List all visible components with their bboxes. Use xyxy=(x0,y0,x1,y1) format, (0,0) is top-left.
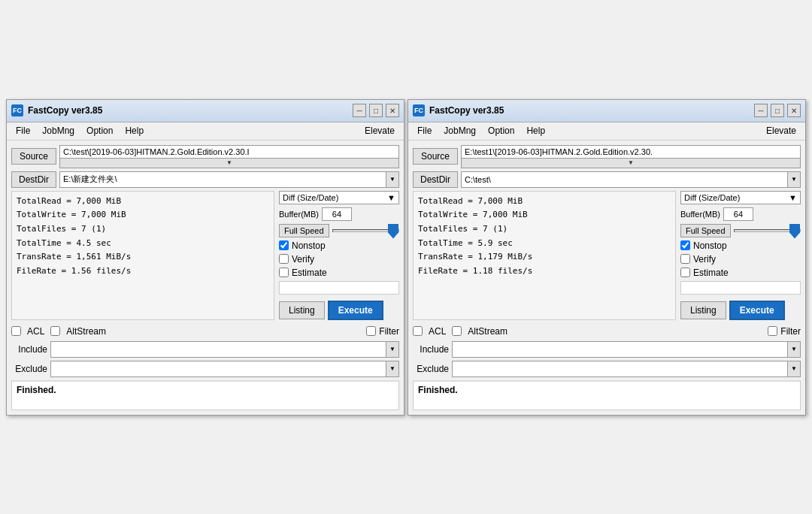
menu-bar-2: File JobMng Option Help Elevate xyxy=(408,122,805,141)
exclude-arrow-2[interactable]: ▼ xyxy=(787,361,800,376)
speed-slider-2[interactable] xyxy=(734,229,801,232)
include-label-1: Include xyxy=(11,344,47,355)
exclude-arrow-1[interactable]: ▼ xyxy=(386,361,398,376)
filter-checkbox-2[interactable] xyxy=(768,326,777,336)
nonstop-checkbox-1[interactable] xyxy=(279,240,289,250)
menu-bar-1: File JobMng Option Help Elevate xyxy=(7,122,404,141)
buffer-label-2: Buffer(MB) xyxy=(680,210,720,219)
nonstop-row-1: Nonstop xyxy=(279,240,399,251)
source-row-2: Source ▼ xyxy=(413,145,801,168)
diff-select-1[interactable]: Diff (Size/Date) ▼ xyxy=(279,191,399,204)
destdir-button-1[interactable]: DestDir xyxy=(11,171,56,188)
execute-button-1[interactable]: Execute xyxy=(328,301,383,320)
source-dropdown-2[interactable]: ▼ xyxy=(461,158,801,168)
title-text-1: FastCopy ver3.85 xyxy=(28,105,348,116)
full-speed-btn-1[interactable]: Full Speed xyxy=(279,224,329,237)
diff-select-2[interactable]: Diff (Size/Date) ▼ xyxy=(680,191,801,204)
diff-arrow-1: ▼ xyxy=(387,193,395,202)
menu-jobmng-2[interactable]: JobMng xyxy=(438,124,482,138)
exclude-input-1[interactable] xyxy=(51,361,386,376)
destdir-input-2[interactable] xyxy=(462,172,787,187)
destdir-arrow-1[interactable]: ▼ xyxy=(386,172,398,187)
estimate-checkbox-2[interactable] xyxy=(680,268,690,277)
title-bar-2: FC FastCopy ver3.85 ─ □ ✕ xyxy=(408,100,805,122)
full-speed-btn-2[interactable]: Full Speed xyxy=(680,224,731,237)
app-icon-1: FC xyxy=(11,104,23,116)
include-input-1[interactable] xyxy=(51,342,386,357)
menu-option-2[interactable]: Option xyxy=(482,124,520,138)
source-input-1[interactable] xyxy=(59,145,399,158)
buffer-input-2[interactable] xyxy=(723,207,753,221)
nonstop-checkbox-2[interactable] xyxy=(680,240,690,250)
listing-button-2[interactable]: Listing xyxy=(680,301,726,319)
stat-2-0: TotalRead = 7,000 MiB xyxy=(418,195,671,209)
menu-jobmng-1[interactable]: JobMng xyxy=(36,124,80,138)
speed-row-2: Full Speed xyxy=(680,224,801,237)
elevate-btn-2[interactable]: Elevate xyxy=(760,124,802,138)
minimize-btn-2[interactable]: ─ xyxy=(754,104,768,117)
action-buttons-row-2: Listing Execute xyxy=(680,301,801,320)
source-input-2[interactable] xyxy=(461,145,801,158)
window-2: FC FastCopy ver3.85 ─ □ ✕ File JobMng Op… xyxy=(408,99,806,416)
verify-checkbox-1[interactable] xyxy=(279,254,289,264)
exclude-row-1: Exclude ▼ xyxy=(11,361,399,377)
acl-label-2: ACL xyxy=(429,326,446,337)
diff-row-1: Diff (Size/Date) ▼ xyxy=(279,191,399,204)
menu-help-1[interactable]: Help xyxy=(119,124,150,138)
elevate-btn-1[interactable]: Elevate xyxy=(359,124,401,138)
window-body-2: Source ▼ DestDir ▼ TotalRead = 7,000 MiB xyxy=(408,141,805,415)
maximize-btn-1[interactable]: □ xyxy=(369,104,383,117)
include-row-1: Include ▼ xyxy=(11,341,399,358)
menu-help-2[interactable]: Help xyxy=(520,124,551,138)
exclude-select-wrap-2: ▼ xyxy=(452,361,801,377)
source-button-2[interactable]: Source xyxy=(413,148,458,165)
stats-panel-1: TotalRead = 7,000 MiB TotalWrite = 7,000… xyxy=(11,191,274,320)
nonstop-label-1: Nonstop xyxy=(292,240,326,251)
include-label-2: Include xyxy=(413,344,449,355)
stat-1-2: TotalFiles = 7 (1) xyxy=(17,222,269,237)
stat-1-5: FileRate = 1.56 files/s xyxy=(17,265,269,279)
options-panel-2: Diff (Size/Date) ▼ Buffer(MB) Full Speed xyxy=(680,191,801,320)
close-btn-1[interactable]: ✕ xyxy=(386,104,399,117)
source-dropdown-1[interactable]: ▼ xyxy=(59,158,399,168)
main-wrapper: FC FastCopy ver3.85 ─ □ ✕ File JobMng Op… xyxy=(0,93,812,422)
minimize-btn-1[interactable]: ─ xyxy=(353,104,366,117)
destdir-button-2[interactable]: DestDir xyxy=(413,171,458,188)
altstream-checkbox-1[interactable] xyxy=(50,326,60,336)
execute-button-2[interactable]: Execute xyxy=(729,301,785,320)
menu-file-2[interactable]: File xyxy=(411,124,438,138)
include-select-wrap-2: ▼ xyxy=(452,341,801,358)
verify-row-2: Verify xyxy=(680,254,801,265)
speed-slider-1[interactable] xyxy=(332,229,399,232)
destdir-input-1[interactable] xyxy=(60,172,386,187)
action-buttons-row-1: Listing Execute xyxy=(279,301,399,320)
destdir-input-wrap-2: ▼ xyxy=(461,171,801,188)
altstream-checkbox-2[interactable] xyxy=(452,326,462,336)
verify-checkbox-2[interactable] xyxy=(680,254,690,264)
buffer-input-1[interactable] xyxy=(322,207,352,221)
include-row-2: Include ▼ xyxy=(413,341,801,358)
altstream-label-2: AltStream xyxy=(468,326,508,337)
filter-checkbox-1[interactable] xyxy=(366,326,376,336)
include-arrow-1[interactable]: ▼ xyxy=(386,342,398,357)
include-arrow-2[interactable]: ▼ xyxy=(787,342,800,357)
status-text-1: Finished. xyxy=(17,385,56,395)
maximize-btn-2[interactable]: □ xyxy=(771,104,784,117)
destdir-arrow-2[interactable]: ▼ xyxy=(787,172,800,187)
acl-checkbox-2[interactable] xyxy=(413,326,423,336)
source-row-1: Source ▼ xyxy=(11,145,399,168)
estimate-checkbox-1[interactable] xyxy=(279,268,289,277)
acl-checkbox-1[interactable] xyxy=(11,326,21,336)
menu-file-1[interactable]: File xyxy=(10,124,36,138)
listing-button-1[interactable]: Listing xyxy=(279,301,325,319)
close-btn-2[interactable]: ✕ xyxy=(787,104,801,117)
menu-option-1[interactable]: Option xyxy=(80,124,119,138)
stat-1-4: TransRate = 1,561 MiB/s xyxy=(17,250,269,265)
exclude-row-2: Exclude ▼ xyxy=(413,361,801,377)
include-input-2[interactable] xyxy=(453,342,787,357)
speed-row-1: Full Speed xyxy=(279,224,399,237)
filter-label-2: Filter xyxy=(780,326,801,337)
exclude-select-wrap-1: ▼ xyxy=(50,361,399,377)
exclude-input-2[interactable] xyxy=(453,361,787,376)
source-button-1[interactable]: Source xyxy=(11,148,56,165)
